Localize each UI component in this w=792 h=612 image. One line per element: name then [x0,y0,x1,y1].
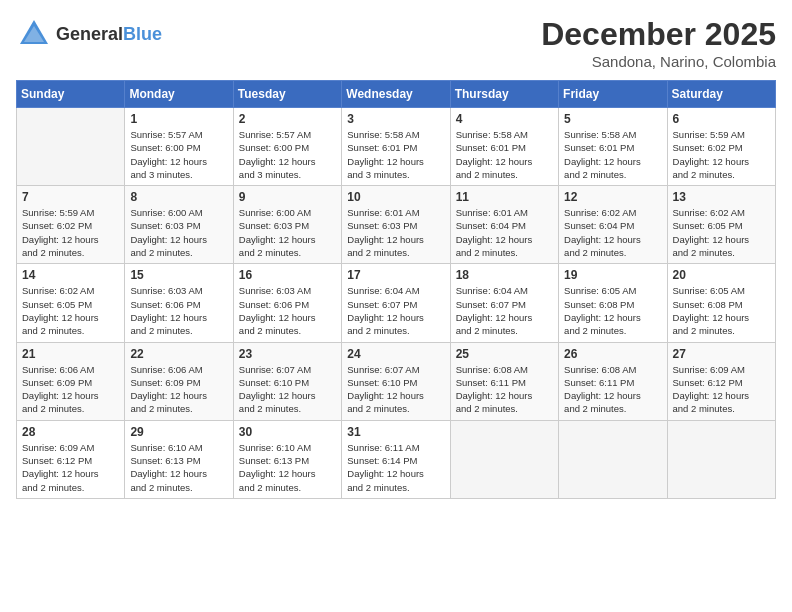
calendar-day-11: 11Sunrise: 6:01 AMSunset: 6:04 PMDayligh… [450,186,558,264]
calendar-day-9: 9Sunrise: 6:00 AMSunset: 6:03 PMDaylight… [233,186,341,264]
calendar-day-29: 29Sunrise: 6:10 AMSunset: 6:13 PMDayligh… [125,420,233,498]
day-info: Sunrise: 6:10 AMSunset: 6:13 PMDaylight:… [130,441,227,494]
calendar-weekday-wednesday: Wednesday [342,81,450,108]
day-number: 13 [673,190,770,204]
location-title: Sandona, Narino, Colombia [541,53,776,70]
day-number: 17 [347,268,444,282]
day-info: Sunrise: 6:04 AMSunset: 6:07 PMDaylight:… [347,284,444,337]
page-header: GeneralBlue December 2025 Sandona, Narin… [16,16,776,70]
day-number: 10 [347,190,444,204]
day-info: Sunrise: 6:05 AMSunset: 6:08 PMDaylight:… [564,284,661,337]
day-info: Sunrise: 5:58 AMSunset: 6:01 PMDaylight:… [347,128,444,181]
day-number: 25 [456,347,553,361]
day-info: Sunrise: 6:11 AMSunset: 6:14 PMDaylight:… [347,441,444,494]
calendar-day-6: 6Sunrise: 5:59 AMSunset: 6:02 PMDaylight… [667,108,775,186]
calendar-day-4: 4Sunrise: 5:58 AMSunset: 6:01 PMDaylight… [450,108,558,186]
day-info: Sunrise: 6:05 AMSunset: 6:08 PMDaylight:… [673,284,770,337]
calendar-day-10: 10Sunrise: 6:01 AMSunset: 6:03 PMDayligh… [342,186,450,264]
day-number: 14 [22,268,119,282]
day-number: 22 [130,347,227,361]
day-number: 27 [673,347,770,361]
calendar-week-row: 28Sunrise: 6:09 AMSunset: 6:12 PMDayligh… [17,420,776,498]
calendar-weekday-thursday: Thursday [450,81,558,108]
calendar-table: SundayMondayTuesdayWednesdayThursdayFrid… [16,80,776,499]
calendar-day-18: 18Sunrise: 6:04 AMSunset: 6:07 PMDayligh… [450,264,558,342]
day-info: Sunrise: 6:02 AMSunset: 6:05 PMDaylight:… [673,206,770,259]
day-info: Sunrise: 6:10 AMSunset: 6:13 PMDaylight:… [239,441,336,494]
day-number: 21 [22,347,119,361]
day-number: 24 [347,347,444,361]
day-number: 8 [130,190,227,204]
day-number: 19 [564,268,661,282]
calendar-week-row: 1Sunrise: 5:57 AMSunset: 6:00 PMDaylight… [17,108,776,186]
logo: GeneralBlue [16,16,162,52]
day-number: 5 [564,112,661,126]
calendar-day-2: 2Sunrise: 5:57 AMSunset: 6:00 PMDaylight… [233,108,341,186]
calendar-day-19: 19Sunrise: 6:05 AMSunset: 6:08 PMDayligh… [559,264,667,342]
day-info: Sunrise: 6:00 AMSunset: 6:03 PMDaylight:… [239,206,336,259]
day-info: Sunrise: 6:01 AMSunset: 6:03 PMDaylight:… [347,206,444,259]
day-info: Sunrise: 6:06 AMSunset: 6:09 PMDaylight:… [22,363,119,416]
calendar-weekday-saturday: Saturday [667,81,775,108]
day-info: Sunrise: 5:57 AMSunset: 6:00 PMDaylight:… [130,128,227,181]
calendar-weekday-sunday: Sunday [17,81,125,108]
day-info: Sunrise: 5:58 AMSunset: 6:01 PMDaylight:… [564,128,661,181]
day-info: Sunrise: 6:09 AMSunset: 6:12 PMDaylight:… [22,441,119,494]
calendar-day-1: 1Sunrise: 5:57 AMSunset: 6:00 PMDaylight… [125,108,233,186]
calendar-day-22: 22Sunrise: 6:06 AMSunset: 6:09 PMDayligh… [125,342,233,420]
calendar-week-row: 14Sunrise: 6:02 AMSunset: 6:05 PMDayligh… [17,264,776,342]
calendar-day-16: 16Sunrise: 6:03 AMSunset: 6:06 PMDayligh… [233,264,341,342]
day-number: 2 [239,112,336,126]
day-info: Sunrise: 6:09 AMSunset: 6:12 PMDaylight:… [673,363,770,416]
calendar-day-23: 23Sunrise: 6:07 AMSunset: 6:10 PMDayligh… [233,342,341,420]
calendar-day-31: 31Sunrise: 6:11 AMSunset: 6:14 PMDayligh… [342,420,450,498]
calendar-day-17: 17Sunrise: 6:04 AMSunset: 6:07 PMDayligh… [342,264,450,342]
calendar-empty-cell [17,108,125,186]
calendar-day-5: 5Sunrise: 5:58 AMSunset: 6:01 PMDaylight… [559,108,667,186]
day-number: 20 [673,268,770,282]
day-number: 18 [456,268,553,282]
calendar-day-27: 27Sunrise: 6:09 AMSunset: 6:12 PMDayligh… [667,342,775,420]
calendar-week-row: 21Sunrise: 6:06 AMSunset: 6:09 PMDayligh… [17,342,776,420]
day-info: Sunrise: 5:57 AMSunset: 6:00 PMDaylight:… [239,128,336,181]
month-title: December 2025 [541,16,776,53]
day-info: Sunrise: 5:59 AMSunset: 6:02 PMDaylight:… [22,206,119,259]
calendar-weekday-monday: Monday [125,81,233,108]
calendar-day-30: 30Sunrise: 6:10 AMSunset: 6:13 PMDayligh… [233,420,341,498]
day-number: 4 [456,112,553,126]
day-number: 9 [239,190,336,204]
calendar-empty-cell [667,420,775,498]
day-number: 29 [130,425,227,439]
day-number: 30 [239,425,336,439]
calendar-day-26: 26Sunrise: 6:08 AMSunset: 6:11 PMDayligh… [559,342,667,420]
day-info: Sunrise: 6:01 AMSunset: 6:04 PMDaylight:… [456,206,553,259]
day-number: 3 [347,112,444,126]
calendar-day-13: 13Sunrise: 6:02 AMSunset: 6:05 PMDayligh… [667,186,775,264]
calendar-day-3: 3Sunrise: 5:58 AMSunset: 6:01 PMDaylight… [342,108,450,186]
calendar-weekday-friday: Friday [559,81,667,108]
day-number: 28 [22,425,119,439]
day-number: 26 [564,347,661,361]
calendar-header-row: SundayMondayTuesdayWednesdayThursdayFrid… [17,81,776,108]
calendar-empty-cell [559,420,667,498]
day-number: 16 [239,268,336,282]
day-number: 7 [22,190,119,204]
calendar-day-14: 14Sunrise: 6:02 AMSunset: 6:05 PMDayligh… [17,264,125,342]
calendar-day-20: 20Sunrise: 6:05 AMSunset: 6:08 PMDayligh… [667,264,775,342]
logo-icon [16,16,52,52]
day-info: Sunrise: 6:08 AMSunset: 6:11 PMDaylight:… [456,363,553,416]
day-info: Sunrise: 6:00 AMSunset: 6:03 PMDaylight:… [130,206,227,259]
calendar-day-24: 24Sunrise: 6:07 AMSunset: 6:10 PMDayligh… [342,342,450,420]
day-number: 12 [564,190,661,204]
day-number: 31 [347,425,444,439]
day-info: Sunrise: 6:08 AMSunset: 6:11 PMDaylight:… [564,363,661,416]
calendar-day-25: 25Sunrise: 6:08 AMSunset: 6:11 PMDayligh… [450,342,558,420]
calendar-day-7: 7Sunrise: 5:59 AMSunset: 6:02 PMDaylight… [17,186,125,264]
logo-text-general: General [56,24,123,44]
day-number: 15 [130,268,227,282]
calendar-day-28: 28Sunrise: 6:09 AMSunset: 6:12 PMDayligh… [17,420,125,498]
calendar-day-21: 21Sunrise: 6:06 AMSunset: 6:09 PMDayligh… [17,342,125,420]
title-block: December 2025 Sandona, Narino, Colombia [541,16,776,70]
calendar-day-15: 15Sunrise: 6:03 AMSunset: 6:06 PMDayligh… [125,264,233,342]
calendar-weekday-tuesday: Tuesday [233,81,341,108]
